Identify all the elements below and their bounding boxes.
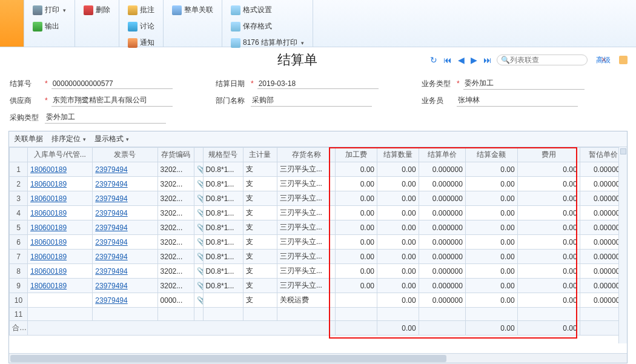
chevron-down-icon: ▾ [63,7,66,13]
col-inbound[interactable]: 入库单号/代管... [28,148,93,162]
clerk-value[interactable]: 张坤林 [457,94,578,107]
col-invoice[interactable]: 发票号 [93,148,157,162]
printer-icon [33,5,42,15]
chevron-down-icon: ▾ [301,40,304,46]
col-attach[interactable] [194,148,203,162]
col-proc-fee[interactable]: 加工费 [336,148,377,162]
col-amount[interactable]: 结算金额 [465,148,517,162]
page-title: 结算单 [166,51,429,69]
grid-header-row: 入库单号/代管... 发票号 存货编码 规格型号 主计量 存货名称 加工费 结算… [10,148,627,162]
nav-first[interactable]: ⏮ [442,55,453,65]
dept-label: 部门名称 [216,96,247,106]
annotate-icon [128,5,137,15]
purchase-type-value[interactable]: 委外加工 [45,111,166,124]
biz-type-label: 业务类型 [422,79,453,89]
table-row[interactable]: 7180600189239794943202...📎D0.8*1...支三刃平头… [10,250,627,264]
notify-button[interactable]: 通知 [125,36,157,49]
grid-toolbar: 关联单据 排序定位▾ 显示格式▾ [9,131,627,147]
bell-icon [128,38,137,48]
link-icon [172,5,182,15]
table-row[interactable]: 11 [10,308,627,321]
delete-button[interactable]: 删除 [81,4,113,16]
clerk-label: 业务员 [422,96,453,106]
col-spec[interactable]: 规格型号 [203,148,243,162]
table-row[interactable]: 4180600189239794943202...📎D0.8*1...支三刃平头… [10,206,627,220]
chat-icon [128,22,137,31]
format-icon [231,5,240,15]
link-doc-button[interactable]: 整单关联 [170,4,216,16]
nav-last[interactable]: ⏭ [482,55,493,65]
table-row[interactable]: 3180600189239794943202...📎D0.8*1...支三刃平头… [10,191,627,206]
doc-no-label: 结算号 [10,79,41,89]
delete-icon [84,5,93,15]
grid-panel: 关联单据 排序定位▾ 显示格式▾ 入库单号/代管... 发票号 存货编码 规格型… [8,131,628,363]
discuss-button[interactable]: 讨论 [125,20,157,33]
print-template-button[interactable]: 8176 结算单打印▾ [228,36,306,49]
export-icon [33,22,42,31]
title-bar: 结算单 ↻ ⏮ ◀ ▶ ⏭ 🔍 ✕ 高级 [0,47,636,75]
table-row[interactable]: 1180600189239794943202...📎D0.8*1...支三刃平头… [10,162,627,177]
annotate-button[interactable]: 批注 [125,4,157,16]
search-input[interactable] [510,56,601,64]
biz-type-value[interactable]: 委外加工 [463,78,585,90]
display-format-button[interactable]: 显示格式▾ [94,134,129,144]
table-row[interactable]: 8180600189239794943202...📎D0.8*1...支三刃平头… [10,264,627,279]
nav-prev[interactable]: ◀ [457,55,466,65]
table-row[interactable]: 10239794940000...📎支关税运费0.000.0000000.000… [10,293,627,308]
date-label: 结算日期 [216,79,247,89]
save-format-button[interactable]: 保存格式 [228,20,306,33]
print-button[interactable]: 打印▾ [30,4,68,16]
advanced-link[interactable]: 高级 [596,55,611,65]
doc-no-value[interactable]: 000000000000577 [51,79,173,89]
sort-button[interactable]: 排序定位▾ [51,134,86,144]
search-box[interactable]: 🔍 ✕ [497,55,588,65]
form-header: 结算号*000000000000577 结算日期*2019-03-18 业务类型… [0,75,636,128]
ribbon-toolbar: 打印▾ 输出 删除 批注 讨论 通知 整单关联 格式设置 保存格式 8176 结… [0,0,636,47]
output-button[interactable]: 输出 [30,20,68,33]
date-value[interactable]: 2019-03-18 [257,79,379,89]
supplier-label: 供应商 [10,96,41,106]
supplier-value[interactable]: 东莞市翔鹭精密工具有限公司 [51,94,173,107]
table-row[interactable]: 9180600189239794943202...📎D0.8*1...支三刃平头… [10,279,627,293]
data-grid[interactable]: 入库单号/代管... 发票号 存货编码 规格型号 主计量 存货名称 加工费 结算… [9,147,627,336]
col-price[interactable]: 结算单价 [419,148,465,162]
col-unit[interactable]: 主计量 [243,148,277,162]
nav-next[interactable]: ▶ [469,55,479,65]
format-set-button[interactable]: 格式设置 [228,4,306,16]
app-tab[interactable] [0,0,24,47]
grid-side-gutter [618,147,627,343]
search-icon: 🔍 [501,56,510,64]
print-template-icon [231,38,240,48]
table-row[interactable]: 5180600189239794943202...📎D0.8*1...支三刃平头… [10,220,627,235]
col-qty[interactable]: 结算数量 [377,148,419,162]
scrollbar-thumb[interactable] [10,355,446,362]
col-fee[interactable]: 费用 [517,148,580,162]
relate-button[interactable]: 关联单据 [14,134,43,144]
dept-value[interactable]: 采购部 [251,94,372,107]
horizontal-scrollbar[interactable] [9,353,627,363]
purchase-type-label: 采购类型 [10,113,41,123]
col-inv-code[interactable]: 存货编码 [157,148,194,162]
grid-footer-row: 合计 0.00 0.00 0.00 [10,321,627,336]
save-icon [231,22,240,31]
refresh-button[interactable]: ↻ [429,55,439,65]
table-row[interactable]: 6180600189239794943202...📎D0.8*1...支三刃平头… [10,235,627,250]
table-row[interactable]: 2180600189239794943202...📎D0.8*1...支三刃平头… [10,177,627,191]
list-icon[interactable] [619,56,628,64]
col-inv-name[interactable]: 存货名称 [277,148,336,162]
